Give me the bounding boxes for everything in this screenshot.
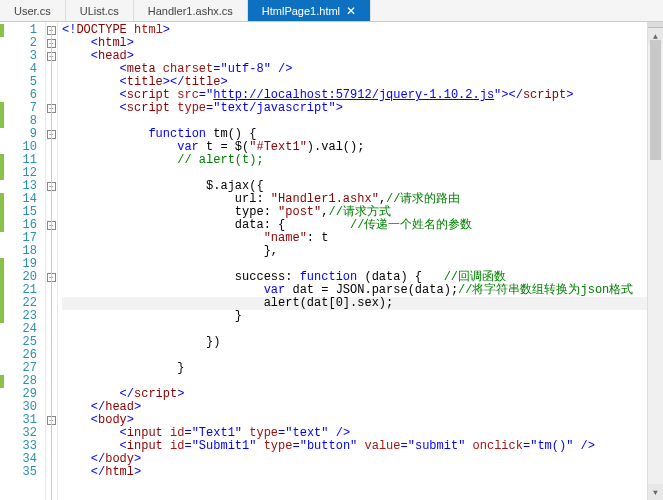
token [156,62,163,76]
token: Text1 [199,426,235,440]
change-marker [0,297,4,310]
code-line[interactable]: </script> [62,388,647,401]
token: (data) { [357,270,443,284]
code-line[interactable]: } [62,310,647,323]
tab-label: UList.cs [80,5,119,17]
scroll-down-icon[interactable]: ▼ [648,484,663,500]
line-number: 8 [0,115,45,128]
token: script [127,88,170,102]
code-line[interactable]: </body> [62,453,647,466]
tab-user-cs[interactable]: User.cs [0,0,66,21]
token: submit [415,439,458,453]
token: ).val(); [307,140,365,154]
code-line[interactable]: } [62,362,647,375]
scroll-thumb[interactable] [650,40,661,160]
line-number: 35 [0,466,45,479]
code-line[interactable]: }) [62,336,647,349]
token: =" [184,439,198,453]
token: //传递一个姓名的参数 [350,218,472,232]
token: > [134,465,141,479]
token: > [163,23,170,37]
token: DOCTYPE [76,23,126,37]
change-marker [0,271,4,284]
token: html [134,23,163,37]
change-marker [0,310,4,323]
close-icon[interactable]: ✕ [346,5,356,17]
token: =" [401,439,415,453]
token: =" [184,426,198,440]
token: http://localhost:57912/jquery-1.10.2.js [213,88,494,102]
token: " /> [566,439,595,453]
change-marker [0,193,4,206]
token: //回调函数 [444,270,506,284]
token: <! [62,23,76,37]
code-line[interactable]: <!DOCTYPE html> [62,24,647,37]
code-line[interactable]: <script type="text/javascript"> [62,102,647,115]
token: "></ [494,88,523,102]
line-number: 1 [0,24,45,37]
token: > [177,387,184,401]
token: body [98,413,127,427]
token: alert(dat[0].sex); [264,296,394,310]
token: =" [199,88,213,102]
token: $.ajax({ [206,179,264,193]
token: " /> [321,426,350,440]
change-marker [0,375,4,388]
code-area[interactable]: <!DOCTYPE html> <html> <head> <meta char… [58,22,647,500]
token: < [120,88,127,102]
code-line[interactable]: <html> [62,37,647,50]
token: " /> [264,62,293,76]
token: button [307,439,350,453]
token: "Handler1.ashx" [271,192,379,206]
token: </ [91,465,105,479]
token: //请求方式 [328,205,390,219]
tab-ulist-cs[interactable]: UList.cs [66,0,134,21]
token: " [249,439,263,453]
token: type [177,101,206,115]
token: type [249,426,278,440]
token: > [127,36,134,50]
token: , [379,192,386,206]
token: head [98,49,127,63]
token: "#Text1" [249,140,307,154]
code-line[interactable]: // alert(t); [62,154,647,167]
line-number: 6 [0,89,45,102]
tab-handler1-ashx-cs[interactable]: Handler1.ashx.cs [134,0,248,21]
token: src [177,88,199,102]
token: type: [235,205,278,219]
token: head [105,400,134,414]
token: function [300,270,358,284]
token: < [120,426,127,440]
code-line[interactable]: </html> [62,466,647,479]
token: id [170,439,184,453]
token: text [292,426,321,440]
token: var [264,283,286,297]
code-line[interactable]: <input id="Submit1" type="button" value=… [62,440,647,453]
tab-htmlpage1-html[interactable]: HtmlPage1.html ✕ [248,0,371,21]
token: charset [163,62,213,76]
token: data: { [235,218,350,232]
token: dat = JSON.parse(data); [285,283,458,297]
code-line[interactable]: </head> [62,401,647,414]
code-line[interactable]: }, [62,245,647,258]
token: "> [328,101,342,115]
token: > [134,400,141,414]
token: < [91,413,98,427]
change-marker [0,154,4,167]
token: //请求的路由 [386,192,460,206]
token: body [105,452,134,466]
token: " [235,426,249,440]
token: < [120,439,127,453]
tab-label: Handler1.ashx.cs [148,5,233,17]
token: "post" [278,205,321,219]
outline-gutter: −−−−−−−−− [46,22,58,500]
token: html [105,465,134,479]
token: > [220,75,227,89]
token: script [127,101,170,115]
vertical-scrollbar[interactable]: ▲ ▼ [647,22,663,500]
token: type [264,439,293,453]
token [127,23,134,37]
change-marker [0,284,4,297]
token: " [350,439,364,453]
token: tm() [537,439,566,453]
